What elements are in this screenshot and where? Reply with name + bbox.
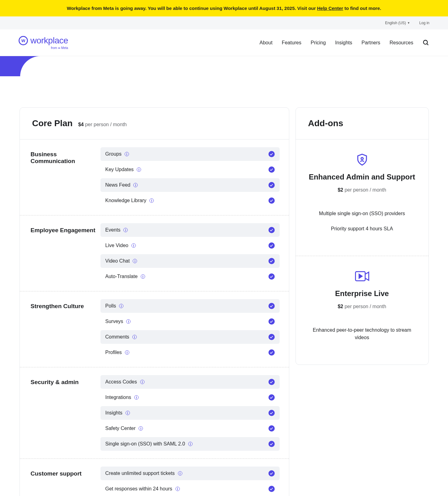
svg-point-0 [424, 40, 428, 44]
login-link[interactable]: Log in [419, 21, 429, 25]
info-icon[interactable]: i [126, 411, 130, 415]
addon-price: $2 per person / month [307, 304, 418, 309]
info-icon[interactable]: i [149, 198, 154, 203]
feature-name: Safety Center [105, 426, 136, 431]
check-icon [268, 303, 275, 309]
feature-section: Employee EngagementEventsiLive VideoiVid… [20, 215, 289, 291]
info-icon[interactable]: i [140, 380, 144, 384]
feature-list: GroupsiKey UpdatesiNews FeediKnowledge L… [100, 147, 280, 207]
nav-insights[interactable]: Insights [335, 40, 352, 46]
language-label: English (US) [385, 21, 406, 25]
info-icon[interactable]: i [133, 259, 137, 263]
nav-resources[interactable]: Resources [390, 40, 413, 46]
info-icon[interactable]: i [178, 471, 182, 476]
addon-item: Enterprise Live$2 per person / monthEnha… [296, 256, 428, 365]
info-icon[interactable]: i [125, 152, 129, 156]
feature-list: Access CodesiIntegrationsiInsightsiSafet… [100, 375, 280, 451]
hero-curve [0, 56, 448, 76]
check-icon [268, 182, 275, 188]
feature-name: Auto-Translate [105, 274, 138, 279]
info-icon[interactable]: i [131, 243, 136, 248]
info-icon[interactable]: i [123, 228, 128, 232]
svg-marker-4 [359, 274, 362, 278]
addon-description: Priority support 4 hours SLA [307, 225, 418, 232]
info-icon[interactable]: i [137, 167, 141, 172]
core-plan-price: $4 per person / month [78, 122, 127, 127]
check-icon [268, 441, 275, 447]
check-icon [268, 486, 275, 492]
info-icon[interactable]: i [134, 395, 139, 400]
check-icon [268, 227, 275, 233]
feature-name: Get responses within 24 hours [105, 486, 172, 492]
info-icon[interactable]: i [119, 304, 123, 308]
nav-pricing[interactable]: Pricing [311, 40, 326, 46]
feature-row: Groupsi [100, 147, 280, 161]
info-icon[interactable]: i [133, 183, 138, 187]
check-icon [268, 242, 275, 249]
info-icon[interactable]: i [132, 335, 137, 339]
addon-icon [354, 270, 370, 282]
addon-name: Enhanced Admin and Support [307, 172, 418, 182]
meta-icon: ∞ [58, 46, 60, 50]
info-icon[interactable]: i [141, 274, 145, 279]
feature-name: Single sign-on (SSO) with SAML 2.0 [105, 441, 185, 447]
feature-section: Customer supportCreate unlimited support… [20, 459, 289, 496]
section-title: Security & admin [29, 375, 100, 451]
info-icon[interactable]: i [126, 319, 131, 324]
addons-title: Add-ons [308, 118, 344, 128]
info-icon[interactable]: i [188, 442, 193, 446]
check-icon [268, 273, 275, 280]
feature-row: Integrationsi [100, 391, 280, 404]
banner-text-prefix: Workplace from Meta is going away. You w… [67, 6, 317, 11]
feature-row: Video Chati [100, 254, 280, 268]
check-icon [268, 318, 275, 325]
feature-row: Knowledge Libraryi [100, 194, 280, 207]
check-icon [268, 425, 275, 432]
feature-section: Security & adminAccess CodesiIntegration… [20, 367, 289, 459]
nav-about[interactable]: About [259, 40, 273, 46]
info-icon[interactable]: i [125, 350, 129, 355]
addons-card: Add-ons Enhanced Admin and Support$2 per… [295, 107, 429, 365]
addon-icon [354, 153, 370, 166]
addon-description: Enhanced peer-to-peer technology to stre… [307, 326, 418, 341]
help-center-link[interactable]: Help Center [317, 6, 343, 11]
feature-row: Get responses within 24 hoursi [100, 482, 280, 496]
logo-text: workplace [30, 36, 68, 46]
info-icon[interactable]: i [175, 487, 180, 491]
feature-row: Commentsi [100, 330, 280, 344]
feature-name: Groups [105, 151, 122, 157]
check-icon [268, 197, 275, 204]
search-icon[interactable] [423, 39, 429, 46]
logo[interactable]: w workplace from ∞ Meta [19, 36, 68, 50]
feature-row: Key Updatesi [100, 163, 280, 176]
feature-name: Access Codes [105, 379, 137, 385]
check-icon [268, 394, 275, 401]
core-plan-header: Core Plan $4 per person / month [20, 108, 289, 140]
feature-row: Create unlimited support ticketsi [100, 467, 280, 480]
section-title: Employee Engagement [29, 223, 100, 283]
feature-row: Eventsi [100, 223, 280, 237]
addon-item: Enhanced Admin and Support$2 per person … [296, 140, 428, 256]
nav-features[interactable]: Features [282, 40, 301, 46]
section-title: Strengthen Culture [29, 299, 100, 359]
nav-partners[interactable]: Partners [362, 40, 380, 46]
topbar: English (US) ▼ Log in [0, 16, 448, 29]
check-icon [268, 470, 275, 476]
feature-name: Knowledge Library [105, 198, 147, 203]
check-icon [268, 151, 275, 157]
check-icon [268, 166, 275, 173]
check-icon [268, 258, 275, 264]
feature-name: Comments [105, 334, 129, 340]
language-selector[interactable]: English (US) ▼ [385, 21, 410, 25]
feature-name: Integrations [105, 395, 131, 400]
feature-name: Profiles [105, 350, 122, 355]
pricing-content: Core Plan $4 per person / month Business… [0, 76, 448, 496]
addons-column: Add-ons Enhanced Admin and Support$2 per… [295, 107, 429, 496]
feature-list: PollsiSurveysiCommentsiProfilesi [100, 299, 280, 359]
check-icon [268, 349, 275, 356]
info-icon[interactable]: i [139, 426, 143, 431]
section-title: Business Communication [29, 147, 100, 207]
banner-text-suffix: to find out more. [343, 6, 381, 11]
feature-name: News Feed [105, 182, 131, 188]
feature-row: Safety Centeri [100, 422, 280, 435]
